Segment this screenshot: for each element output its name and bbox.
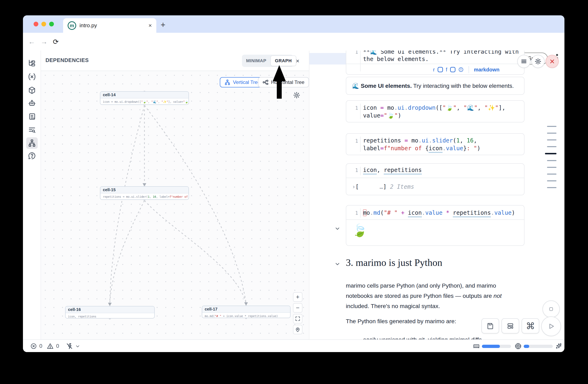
packages-icon[interactable] <box>28 86 36 94</box>
traffic-light-minimize[interactable] <box>42 22 46 26</box>
gutter-divider <box>360 51 361 71</box>
gutter-divider <box>360 167 361 175</box>
code-line: icon = mo.ui.dropdown(["🍃", "🌊", "✨"], <box>363 104 505 111</box>
markdown-editor-cell[interactable]: 1 **🌊 Some UI elements.** Try interactin… <box>346 51 525 75</box>
fit-view-icon[interactable] <box>293 314 302 323</box>
collapse-chevron-icon[interactable] <box>334 226 340 232</box>
node-title: cell-16 <box>65 307 154 313</box>
graph-node-cell-15[interactable]: cell-15 repetitions = mo.ui.slider(1, 16… <box>100 186 189 200</box>
graph-node-cell-14[interactable]: cell-14 icon = mo.ui.dropdown(["🍃", "🌊",… <box>100 91 189 105</box>
cpu-usage-bar <box>524 345 553 348</box>
traffic-light-maximize[interactable] <box>49 22 54 26</box>
language-label[interactable]: markdown <box>474 67 500 73</box>
forward-icon[interactable]: → <box>41 38 47 46</box>
browser-toolbar: ← → ⟳ localhost:2718 Guest <box>23 33 565 51</box>
minimap-cell-marker[interactable] <box>547 133 556 134</box>
notebook-settings-gear-icon[interactable] <box>531 55 545 68</box>
minimap-cell-marker[interactable] <box>547 173 556 174</box>
stop-button[interactable] <box>543 301 560 318</box>
minimap-cell-marker[interactable] <box>547 187 556 188</box>
output-divider <box>346 178 524 178</box>
code-cell-md[interactable]: 1 mo.md("# " + icon.value * repetitions.… <box>346 205 525 246</box>
locate-node-icon[interactable] <box>293 325 302 334</box>
toggle-divider <box>469 66 469 73</box>
toggle-f-checkbox[interactable] <box>450 67 455 72</box>
minimap-cell-marker[interactable] <box>547 146 556 147</box>
toggle-r-checkbox[interactable] <box>438 67 443 72</box>
collapsed-output[interactable]: ›[ …] 2 Items <box>352 183 414 190</box>
run-button[interactable] <box>541 316 561 336</box>
minimap-cell-marker[interactable] <box>547 139 556 140</box>
graph-node-cell-17[interactable]: cell-17 mo.md("# " + icon.value * repeti… <box>202 306 291 318</box>
paragraph-line: The Python files generated by marimo are… <box>346 318 456 325</box>
toggle-f-label: f <box>446 67 447 73</box>
status-bar: 0 0 <box>23 339 565 352</box>
annotation-arrow <box>268 63 293 116</box>
ram-usage-bar <box>482 345 511 348</box>
tab-close-icon[interactable]: × <box>148 22 152 29</box>
toggle-r-label: r <box>433 67 435 73</box>
new-tab-button[interactable]: + <box>161 20 165 29</box>
line-number: 1 <box>349 105 358 111</box>
graph-settings-gear-icon[interactable] <box>293 92 300 99</box>
code-cell-dropdown[interactable]: 1 icon = mo.ui.dropdown(["🍃", "🌊", "✨"],… <box>346 100 525 122</box>
line-number: 1 <box>349 167 358 173</box>
minimap-cell-marker[interactable] <box>547 180 556 181</box>
ai-assistant-icon[interactable] <box>28 99 36 107</box>
code-line: the below elements. <box>363 56 429 62</box>
code-cell-tuple[interactable]: 1 icon, repetitions ›[ …] 2 Items <box>346 163 525 195</box>
minimap-cell-marker[interactable] <box>545 153 556 154</box>
panel-close-icon[interactable]: × <box>296 58 299 64</box>
line-number: 1 <box>349 51 358 55</box>
error-count: 0 <box>39 343 42 349</box>
notebook-menu-button[interactable] <box>517 55 530 68</box>
paragraph-line: included. There's no magical syntax. <box>346 303 440 309</box>
formatting-off-icon[interactable] <box>66 343 73 350</box>
warnings-icon[interactable] <box>47 343 54 350</box>
clipped-paragraph-line: easily versioned with git, yielding mini… <box>363 336 482 339</box>
variables-icon[interactable] <box>28 73 36 81</box>
node-code: icon, repetitions <box>65 313 154 319</box>
graph-node-cell-16[interactable]: cell-16 icon, repetitions <box>65 306 155 319</box>
gutter-divider <box>360 208 361 218</box>
code-line: **🌊 Some UI elements.** Try interacting … <box>363 51 519 55</box>
code-line: mo.md("# " + icon.value * repetitions.va… <box>363 210 515 216</box>
zoom-in-button[interactable]: + <box>293 292 302 302</box>
node-title: cell-17 <box>202 306 290 313</box>
traffic-light-close[interactable] <box>34 22 38 26</box>
minimap-cell-marker[interactable] <box>547 160 556 161</box>
markdown-toggle-row: r f markdown <box>433 66 500 73</box>
gutter-divider <box>360 136 361 152</box>
code-line: repetitions = mo.ui.slider(1, 16, <box>363 137 477 144</box>
output-divider <box>346 219 524 220</box>
search-list-icon[interactable] <box>28 126 36 134</box>
node-code: repetitions = mo.ui.slider(1, 16, label=… <box>100 193 189 200</box>
paragraph-line: notebooks are stored as pure Python file… <box>346 292 502 299</box>
section-chevron-icon[interactable] <box>334 261 340 267</box>
help-icon[interactable] <box>28 152 36 160</box>
browser-tab[interactable]: m intro.py × <box>63 18 156 33</box>
dependency-graph-icon[interactable] <box>26 137 38 149</box>
errors-icon[interactable] <box>30 343 37 349</box>
layout-toggle-button[interactable] <box>502 318 519 333</box>
app-main: DEPENDENCIES MINIMAP GRAPH × <box>23 51 565 339</box>
minimap-cell-marker[interactable] <box>547 126 556 127</box>
chevron-down-icon[interactable] <box>75 344 80 349</box>
reload-icon[interactable]: ⟳ <box>53 38 59 46</box>
node-title: cell-15 <box>100 187 189 193</box>
ai-sparkle-icon[interactable] <box>555 343 562 350</box>
keyboard-shortcuts-button[interactable]: ⌘ <box>522 318 539 333</box>
zoom-out-button[interactable]: − <box>293 303 302 313</box>
gutter-divider <box>360 104 361 119</box>
back-icon[interactable]: ← <box>28 38 35 46</box>
shutdown-button[interactable] <box>546 55 559 68</box>
logs-icon[interactable] <box>28 112 36 121</box>
cpu-usage-fill <box>524 345 529 348</box>
code-cell-slider[interactable]: 1 repetitions = mo.ui.slider(1, 16, labe… <box>346 133 525 155</box>
save-button[interactable] <box>482 318 499 333</box>
node-code: icon = mo.ui.dropdown(["🍃", "🌊", "✨"], v… <box>100 98 189 105</box>
info-icon[interactable] <box>458 67 464 72</box>
tab-minimap[interactable]: MINIMAP <box>242 56 271 66</box>
minimap-cell-marker[interactable] <box>547 167 556 168</box>
file-tree-icon[interactable] <box>28 59 36 67</box>
